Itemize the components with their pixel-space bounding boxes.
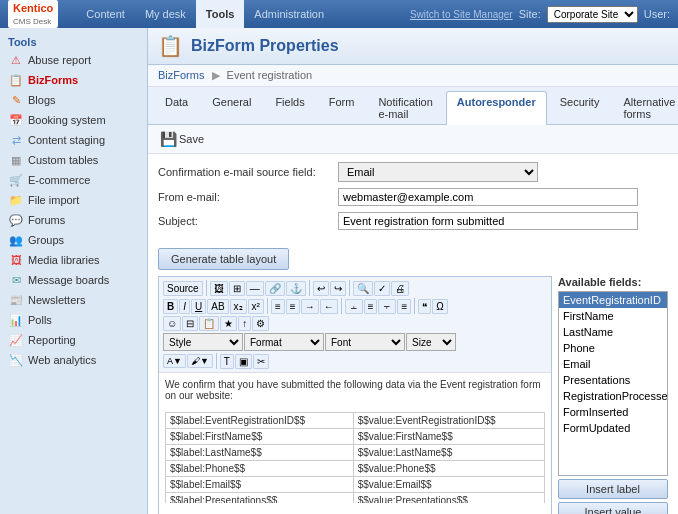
sidebar-item-groups[interactable]: 👥 Groups <box>0 230 147 250</box>
staging-icon: ⇄ <box>8 132 24 148</box>
editor-ul-btn[interactable]: ≡ <box>286 299 300 314</box>
tab-alternative[interactable]: Alternative forms <box>612 91 678 124</box>
editor-justify-btn[interactable]: ≡ <box>397 299 411 314</box>
tab-fields[interactable]: Fields <box>264 91 315 124</box>
field-item-forminserted[interactable]: FormInserted <box>559 404 667 420</box>
editor-alignleft-btn[interactable]: ⫠ <box>345 299 363 314</box>
editor-content[interactable]: We confirm that you have submitted the f… <box>159 373 551 503</box>
editor-redo-btn[interactable]: ↪ <box>330 281 346 296</box>
sidebar-label-blogs: Blogs <box>28 94 56 106</box>
editor-selectall-btn[interactable]: ▣ <box>235 354 252 369</box>
field-item-eventregid[interactable]: EventRegistrationID <box>559 292 667 308</box>
sidebar-item-msgboards[interactable]: ✉ Message boards <box>0 270 147 290</box>
editor-italic-btn[interactable]: I <box>179 299 190 314</box>
sidebar-item-analytics[interactable]: 📉 Web analytics <box>0 350 147 370</box>
sidebar-item-fileimport[interactable]: 📁 File import <box>0 190 147 210</box>
editor-pagebreak-btn[interactable]: ⊟ <box>182 316 198 331</box>
tab-form[interactable]: Form <box>318 91 366 124</box>
editor-row-1: Source 🖼 ⊞ — 🔗 ⚓ ↩ ↪ 🔍 ✓ 🖨 <box>161 279 549 297</box>
breadcrumb-bizforms[interactable]: BizForms <box>158 69 204 81</box>
editor-removeformat-btn[interactable]: T <box>220 354 234 369</box>
insert-value-btn[interactable]: Insert value <box>558 502 668 514</box>
editor-sup-btn[interactable]: x² <box>248 299 264 314</box>
tab-notification[interactable]: Notification e-mail <box>367 91 443 124</box>
tab-security[interactable]: Security <box>549 91 611 124</box>
subject-input[interactable] <box>338 212 638 230</box>
editor-textcolor-btn[interactable]: A▼ <box>163 354 186 368</box>
top-right: Switch to Site Manager Site: Corporate S… <box>410 6 670 23</box>
editor-hr-btn[interactable]: — <box>246 281 264 296</box>
editor-star-btn[interactable]: ★ <box>220 316 237 331</box>
confirmation-select[interactable]: Email <box>338 162 538 182</box>
save-button[interactable]: 💾 Save <box>156 129 208 149</box>
editor-bgcolor-btn[interactable]: 🖌▼ <box>187 354 213 368</box>
sidebar-item-custom-tables[interactable]: ▦ Custom tables <box>0 150 147 170</box>
sidebar-item-newsletters[interactable]: 📰 Newsletters <box>0 290 147 310</box>
sidebar-label-abuse: Abuse report <box>28 54 91 66</box>
editor-undo-btn[interactable]: ↩ <box>313 281 329 296</box>
nav-mydesk[interactable]: My desk <box>135 0 196 28</box>
logo: Kentico CMS Desk <box>8 0 66 28</box>
from-email-input[interactable] <box>338 188 638 206</box>
field-item-firstname[interactable]: FirstName <box>559 308 667 324</box>
editor-link-btn[interactable]: 🔗 <box>265 281 285 296</box>
sidebar-item-staging[interactable]: ⇄ Content staging <box>0 130 147 150</box>
editor-emoticon-btn[interactable]: ☺ <box>163 316 181 331</box>
sidebar-item-bizforms[interactable]: 📋 BizForms <box>0 70 147 90</box>
editor-aligncenter-btn[interactable]: ≡ <box>364 299 378 314</box>
editor-print-btn[interactable]: 🖨 <box>391 281 409 296</box>
editor-special-btn[interactable]: Ω <box>432 299 447 314</box>
editor-anchor-btn[interactable]: ⚓ <box>286 281 306 296</box>
field-item-lastname[interactable]: LastName <box>559 324 667 340</box>
nav-content[interactable]: Content <box>76 0 135 28</box>
editor-alignright-btn[interactable]: ⫟ <box>378 299 396 314</box>
font-select[interactable]: Font <box>325 333 405 351</box>
editor-blockquote-btn[interactable]: ❝ <box>418 299 431 314</box>
editor-cut-btn[interactable]: ✂ <box>253 354 269 369</box>
editor-img-btn[interactable]: 🖼 <box>210 281 228 296</box>
editor-outdent-btn[interactable]: ← <box>320 299 338 314</box>
sidebar-item-blogs[interactable]: ✎ Blogs <box>0 90 147 110</box>
sidebar-item-polls[interactable]: 📊 Polls <box>0 310 147 330</box>
editor-table-btn[interactable]: ⊞ <box>229 281 245 296</box>
format-select[interactable]: Format <box>244 333 324 351</box>
forums-icon: 💬 <box>8 212 24 228</box>
tab-general[interactable]: General <box>201 91 262 124</box>
generate-table-btn[interactable]: Generate table layout <box>158 248 289 270</box>
sidebar-item-booking[interactable]: 📅 Booking system <box>0 110 147 130</box>
editor-config-btn[interactable]: ⚙ <box>252 316 269 331</box>
editor-paste-btn[interactable]: 📋 <box>199 316 219 331</box>
editor-underline-btn[interactable]: U <box>191 299 206 314</box>
editor-sub-btn[interactable]: x₂ <box>230 299 247 314</box>
sidebar-item-ecommerce[interactable]: 🛒 E-commerce <box>0 170 147 190</box>
editor-row-2: B I U AB x₂ x² ≡ ≡ → ← ⫠ ≡ ⫟ <box>161 297 549 315</box>
tab-autoresponder[interactable]: Autoresponder <box>446 91 547 125</box>
site-selector[interactable]: Corporate Site <box>547 6 638 23</box>
tab-data[interactable]: Data <box>154 91 199 124</box>
save-label: Save <box>179 133 204 145</box>
editor-bold-btn[interactable]: B <box>163 299 178 314</box>
nav-admin[interactable]: Administration <box>244 0 334 28</box>
editor-spellcheck-btn[interactable]: ✓ <box>374 281 390 296</box>
field-item-formupdated[interactable]: FormUpdated <box>559 420 667 436</box>
field-item-presentations[interactable]: Presentations <box>559 372 667 388</box>
nav-tools[interactable]: Tools <box>196 0 245 28</box>
field-item-phone[interactable]: Phone <box>559 340 667 356</box>
sidebar-item-reporting[interactable]: 📈 Reporting <box>0 330 147 350</box>
sidebar-item-forums[interactable]: 💬 Forums <box>0 210 147 230</box>
sidebar-item-media[interactable]: 🖼 Media libraries <box>0 250 147 270</box>
editor-ol-btn[interactable]: ≡ <box>271 299 285 314</box>
logo-kentico: Kentico <box>13 2 53 14</box>
field-item-regprocessed[interactable]: RegistrationProcessed <box>559 388 667 404</box>
editor-abbr-btn[interactable]: AB <box>207 299 228 314</box>
style-select[interactable]: Style <box>163 333 243 351</box>
editor-arrow-btn[interactable]: ↑ <box>238 316 251 331</box>
editor-indent-btn[interactable]: → <box>301 299 319 314</box>
sidebar-item-abuse[interactable]: ⚠ Abuse report <box>0 50 147 70</box>
editor-findreplace-btn[interactable]: 🔍 <box>353 281 373 296</box>
switch-site-link[interactable]: Switch to Site Manager <box>410 9 513 20</box>
field-item-email[interactable]: Email <box>559 356 667 372</box>
insert-label-btn[interactable]: Insert label <box>558 479 668 499</box>
size-select[interactable]: Size <box>406 333 456 351</box>
editor-source-btn[interactable]: Source <box>163 281 203 296</box>
